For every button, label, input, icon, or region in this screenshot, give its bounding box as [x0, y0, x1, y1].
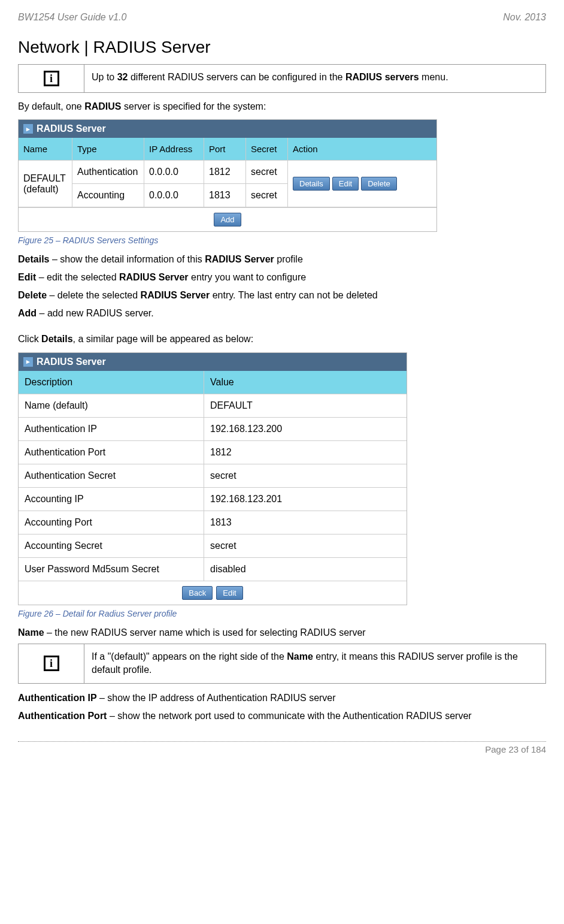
def-delete: Delete – delete the selected RADIUS Serv…: [18, 288, 546, 303]
edit-button[interactable]: Edit: [216, 586, 242, 600]
name-line1: DEFAULT: [23, 173, 67, 184]
def-details: Details – show the detail information of…: [18, 252, 546, 267]
kv-key: Name (default): [19, 394, 204, 417]
kv-val: DEFAULT: [204, 394, 407, 417]
intro1-bold: RADIUS: [84, 101, 121, 111]
table-row: User Password Md5sum Secretdisabled: [19, 558, 407, 581]
info1-bold1: 32: [117, 72, 128, 82]
col-action: Action: [288, 138, 436, 161]
back-button[interactable]: Back: [182, 586, 213, 600]
name-line2: (default): [23, 184, 67, 195]
info-text: Up to 32 different RADIUS servers can be…: [84, 65, 545, 92]
add-row: Add: [19, 207, 436, 231]
post: entry. The last entry can not be deleted: [210, 290, 377, 300]
kv-key: Authentication Port: [19, 441, 204, 464]
table-row: Authentication IP192.168.123.200: [19, 418, 407, 441]
post: – the new RADIUS server name which is us…: [44, 627, 366, 638]
table1-header-row: Name Type IP Address Port Secret Action: [19, 138, 436, 161]
post: – show the network port used to communic…: [107, 711, 471, 721]
bold: RADIUS Server: [205, 254, 274, 264]
table-row: Accounting Port1813: [19, 511, 407, 535]
table1-title: RADIUS Server: [37, 123, 106, 134]
col-description: Description: [19, 371, 204, 394]
post: profile: [274, 254, 303, 264]
table-row: Authentication 0.0.0.0 1812 secret: [72, 161, 288, 184]
kv-key: Accounting Secret: [19, 535, 204, 557]
section-title: Network | RADIUS Server: [18, 38, 546, 57]
header-left: BW1254 User Guide v1.0: [18, 12, 126, 23]
kv-val: 192.168.123.200: [204, 418, 407, 440]
sep: – edit the selected: [36, 272, 119, 282]
cell-type: Authentication: [72, 161, 144, 184]
term: Edit: [18, 272, 36, 282]
term: Name: [18, 627, 44, 638]
term: Delete: [18, 290, 47, 300]
action-cell: Details Edit Delete: [288, 161, 436, 207]
def-name: Name – the new RADIUS server name which …: [18, 626, 546, 640]
info-icon: i: [44, 656, 59, 671]
cell-secret: secret: [246, 184, 288, 207]
def-edit: Edit – edit the selected RADIUS Server e…: [18, 270, 546, 285]
delete-button[interactable]: Delete: [361, 177, 397, 191]
table-row: Accounting Secretsecret: [19, 535, 407, 558]
info1-bold2: RADIUS servers: [345, 72, 419, 82]
kv-key: Accounting IP: [19, 488, 204, 511]
intro2-post: , a similar page will be appeared as bel…: [73, 334, 254, 344]
radius-detail-table: ▸ RADIUS Server Description Value Name (…: [18, 352, 407, 605]
table-row: Name (default)DEFAULT: [19, 394, 407, 418]
kv-key: User Password Md5sum Secret: [19, 558, 204, 581]
table-row: Accounting IP192.168.123.201: [19, 488, 407, 511]
sep: – delete the selected: [47, 290, 141, 300]
cell-secret: secret: [246, 161, 288, 184]
intro2-bold: Details: [41, 334, 72, 344]
intro2-pre: Click: [18, 334, 41, 344]
cell-port: 1813: [204, 184, 246, 207]
term: Add: [18, 308, 37, 318]
table-row: Accounting 0.0.0.0 1813 secret: [72, 184, 288, 207]
col-ip: IP Address: [144, 138, 204, 161]
footer-separator: [18, 741, 546, 742]
add-button[interactable]: Add: [214, 213, 241, 227]
table2-header-row: Description Value: [19, 371, 407, 394]
kv-val: secret: [204, 535, 407, 557]
cell-ip: 0.0.0.0: [144, 161, 204, 184]
sep: – add new RADIUS server.: [37, 308, 154, 318]
kv-val: 192.168.123.201: [204, 488, 407, 511]
kv-val: disabled: [204, 558, 407, 581]
info-callout-2: i If a "(default)" appears on the right …: [18, 644, 546, 684]
arrow-icon: ▸: [23, 357, 33, 367]
post: entry you want to configure: [189, 272, 307, 282]
info1-mid: different RADIUS servers can be configur…: [128, 72, 345, 82]
col-name: Name: [19, 138, 72, 161]
kv-key: Authentication Secret: [19, 464, 204, 487]
info-icon-cell: i: [19, 65, 84, 92]
def-auth-port: Authentication Port – show the network p…: [18, 709, 546, 723]
cell-type: Accounting: [72, 184, 144, 207]
table-row: Authentication Port1812: [19, 441, 407, 464]
table2-title: RADIUS Server: [37, 357, 106, 367]
details-button[interactable]: Details: [293, 177, 330, 191]
post: – show the IP address of Authentication …: [97, 693, 336, 703]
kv-val: secret: [204, 464, 407, 487]
cell-ip: 0.0.0.0: [144, 184, 204, 207]
table1-title-bar: ▸ RADIUS Server: [19, 120, 436, 138]
info-icon-cell: i: [19, 644, 84, 683]
def-add: Add – add new RADIUS server.: [18, 306, 546, 321]
def-auth-ip: Authentication IP – show the IP address …: [18, 691, 546, 705]
kv-val: 1813: [204, 511, 407, 534]
col-secret: Secret: [246, 138, 288, 161]
arrow-icon: ▸: [23, 124, 33, 134]
edit-button[interactable]: Edit: [332, 177, 359, 191]
col-type: Type: [72, 138, 144, 161]
sep: – show the detail information of this: [49, 254, 205, 264]
info-callout-1: i Up to 32 different RADIUS servers can …: [18, 64, 546, 93]
kv-val: 1812: [204, 441, 407, 464]
col-port: Port: [204, 138, 246, 161]
table2-button-row: Back Edit: [19, 581, 407, 605]
info2-bold: Name: [287, 651, 313, 662]
header-right: Nov. 2013: [503, 12, 546, 23]
table2-title-bar: ▸ RADIUS Server: [19, 353, 407, 371]
info1-post: menu.: [419, 72, 448, 82]
figure-25-caption: Figure 25 – RADIUS Servers Settings: [18, 235, 546, 245]
info1-pre: Up to: [92, 72, 117, 82]
